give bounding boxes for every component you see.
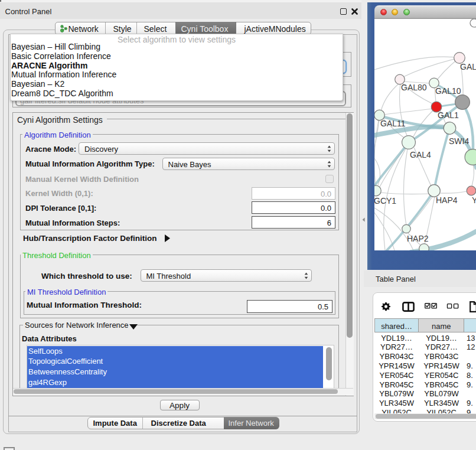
svg-text:GAL1: GAL1 xyxy=(438,110,459,120)
svg-text:GAL4: GAL4 xyxy=(410,150,431,159)
svg-text:GAL10: GAL10 xyxy=(435,86,461,96)
svg-text:GAL7: GAL7 xyxy=(460,62,476,71)
svg-text:HAP4: HAP4 xyxy=(436,195,458,205)
svg-text:GAL80: GAL80 xyxy=(401,83,427,92)
svg-text:Y: Y xyxy=(472,195,476,205)
svg-text:HAP2: HAP2 xyxy=(407,234,429,243)
svg-text:SWI4: SWI4 xyxy=(449,136,469,146)
svg-text:GAL11: GAL11 xyxy=(380,119,406,128)
svg-text:GCY1: GCY1 xyxy=(374,196,396,206)
